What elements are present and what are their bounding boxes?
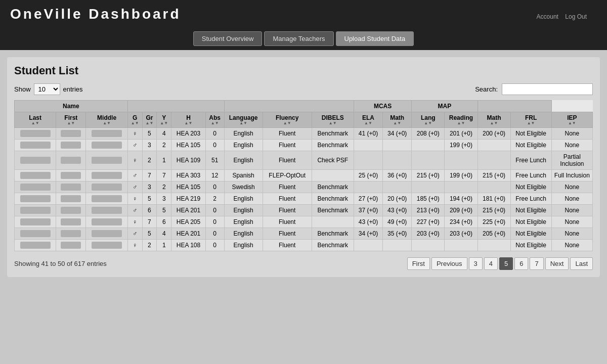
section-title: Student List bbox=[14, 64, 593, 77]
cell-reading: 201 (+0) bbox=[445, 128, 478, 140]
cell-gender: ♀ bbox=[127, 128, 142, 140]
nav-upload-student-data[interactable]: Upload Student Data bbox=[336, 31, 414, 46]
page-3[interactable]: 3 bbox=[469, 257, 483, 270]
cell-fluency: Fluent bbox=[263, 216, 312, 228]
cell-lang bbox=[412, 151, 445, 170]
page-last[interactable]: Last bbox=[570, 257, 593, 270]
page-7[interactable]: 7 bbox=[530, 257, 543, 270]
name-group-header: Name bbox=[15, 101, 128, 112]
pagination-row: Showing 41 to 50 of 617 entries First Pr… bbox=[14, 257, 593, 270]
student-table: Name MCAS MAP Last▲▼ First▲▼ Middle▲▼ G▲… bbox=[14, 100, 593, 251]
cell-grade: 5 bbox=[142, 128, 157, 140]
cell-map-math: 225 (+0) bbox=[478, 216, 510, 228]
page-6[interactable]: 6 bbox=[514, 257, 528, 270]
page-previous[interactable]: Previous bbox=[431, 257, 467, 270]
col-first[interactable]: First▲▼ bbox=[56, 112, 86, 128]
cell-mcas-math: 34 (+0) bbox=[383, 128, 412, 140]
cell-abs: 0 bbox=[205, 205, 224, 216]
col-frl[interactable]: FRL▲▼ bbox=[510, 112, 551, 128]
cell-dibels: Benchmark bbox=[312, 240, 354, 251]
cell-first bbox=[56, 151, 86, 170]
entries-select[interactable]: 10 25 50 100 bbox=[34, 83, 60, 95]
table-row[interactable]: ♀ 7 6 HEA 205 0 English Fluent 43 (+0) 4… bbox=[15, 216, 593, 228]
table-row[interactable]: ♀ 2 1 HEA 109 51 English Fluent Check PS… bbox=[15, 151, 593, 170]
page-4[interactable]: 4 bbox=[484, 257, 498, 270]
cell-grade: 3 bbox=[142, 140, 157, 151]
cell-abs: 51 bbox=[205, 151, 224, 170]
table-row[interactable]: ♂ 5 4 HEA 201 0 English Fluent Benchmark… bbox=[15, 228, 593, 240]
page-first[interactable]: First bbox=[407, 257, 430, 270]
cell-dibels: Benchmark bbox=[312, 228, 354, 240]
cell-mcas-math: 49 (+0) bbox=[383, 216, 412, 228]
cell-language: Spanish bbox=[224, 170, 263, 181]
col-gr[interactable]: Gr▲▼ bbox=[142, 112, 157, 128]
nav-manage-teachers[interactable]: Manage Teachers bbox=[264, 31, 333, 46]
lang-group bbox=[224, 101, 354, 112]
cell-dibels bbox=[312, 216, 354, 228]
frl-iep-group bbox=[478, 101, 551, 112]
col-math[interactable]: Math▲▼ bbox=[383, 112, 412, 128]
col-dibels[interactable]: DIBELS▲▼ bbox=[312, 112, 354, 128]
cell-grade: 2 bbox=[142, 151, 157, 170]
cell-map-math bbox=[478, 140, 510, 151]
table-row[interactable]: ♂ 7 7 HEA 303 12 Spanish FLEP-OptOut 25 … bbox=[15, 170, 593, 181]
cell-mcas-math bbox=[383, 181, 412, 193]
cell-homeroom: HEA 205 bbox=[171, 216, 206, 228]
show-entries-control: Show 10 25 50 100 entries bbox=[14, 83, 83, 95]
nav-student-overview[interactable]: Student Overview bbox=[193, 31, 263, 46]
col-map-math[interactable]: Math▲▼ bbox=[478, 112, 510, 128]
cell-ela: 41 (+0) bbox=[354, 128, 382, 140]
cell-grade: 7 bbox=[142, 216, 157, 228]
table-row[interactable]: ♀ 5 4 HEA 203 0 English Fluent Benchmark… bbox=[15, 128, 593, 140]
cell-abs: 12 bbox=[205, 170, 224, 181]
col-y[interactable]: Y▲▼ bbox=[157, 112, 171, 128]
cell-ela bbox=[354, 140, 382, 151]
table-controls: Show 10 25 50 100 entries Search: bbox=[14, 83, 593, 95]
cell-last bbox=[15, 240, 56, 251]
cell-map-math: 205 (+0) bbox=[478, 228, 510, 240]
table-row[interactable]: ♀ 2 1 HEA 108 0 English Fluent Benchmark… bbox=[15, 240, 593, 251]
col-h[interactable]: H▲▼ bbox=[171, 112, 206, 128]
logout-link[interactable]: Log Out bbox=[565, 13, 587, 20]
cell-year: 1 bbox=[157, 240, 171, 251]
col-fluency[interactable]: Fluency▲▼ bbox=[263, 112, 312, 128]
search-input[interactable] bbox=[502, 83, 593, 95]
cell-grade: 2 bbox=[142, 240, 157, 251]
col-g[interactable]: G▲▼ bbox=[127, 112, 142, 128]
cell-dibels: Benchmark bbox=[312, 181, 354, 193]
cell-abs: 0 bbox=[205, 228, 224, 240]
cell-middle bbox=[86, 140, 127, 151]
cell-gender: ♀ bbox=[127, 151, 142, 170]
account-link[interactable]: Account bbox=[537, 13, 558, 20]
cell-homeroom: HEA 108 bbox=[171, 240, 206, 251]
table-row[interactable]: ♂ 3 2 HEA 105 0 Swedish Fluent Benchmark… bbox=[15, 181, 593, 193]
cell-year: 5 bbox=[157, 205, 171, 216]
cell-abs: 0 bbox=[205, 240, 224, 251]
search-box: Search: bbox=[475, 83, 593, 95]
page-next[interactable]: Next bbox=[545, 257, 569, 270]
cell-map-math bbox=[478, 151, 510, 170]
mcas-group: MCAS bbox=[354, 101, 411, 112]
cell-mcas-math: 36 (+0) bbox=[383, 170, 412, 181]
col-abs[interactable]: Abs▲▼ bbox=[205, 112, 224, 128]
cell-iep: None bbox=[551, 240, 592, 251]
page-5[interactable]: 5 bbox=[499, 257, 513, 270]
table-row[interactable]: ♂ 6 5 HEA 201 0 English Fluent Benchmark… bbox=[15, 205, 593, 216]
col-middle[interactable]: Middle▲▼ bbox=[86, 112, 127, 128]
cell-mcas-math: 20 (+0) bbox=[383, 193, 412, 205]
col-ela[interactable]: ELA▲▼ bbox=[354, 112, 382, 128]
table-row[interactable]: ♂ 3 2 HEA 105 0 English Fluent Benchmark… bbox=[15, 140, 593, 151]
cell-ela bbox=[354, 181, 382, 193]
search-label: Search: bbox=[475, 85, 498, 93]
col-last[interactable]: Last▲▼ bbox=[15, 112, 56, 128]
table-row[interactable]: ♀ 5 3 HEA 219 2 English Fluent Benchmark… bbox=[15, 193, 593, 205]
col-reading[interactable]: Reading▲▼ bbox=[445, 112, 478, 128]
cell-first bbox=[56, 228, 86, 240]
main-content: Student List Show 10 25 50 100 entries S… bbox=[7, 57, 600, 277]
cell-homeroom: HEA 201 bbox=[171, 228, 206, 240]
col-language[interactable]: Language▲▼ bbox=[224, 112, 263, 128]
col-iep[interactable]: IEP▲▼ bbox=[551, 112, 592, 128]
col-lang[interactable]: Lang▲▼ bbox=[412, 112, 445, 128]
group-header-row: Name MCAS MAP bbox=[15, 101, 593, 112]
entries-label: entries bbox=[63, 85, 83, 93]
